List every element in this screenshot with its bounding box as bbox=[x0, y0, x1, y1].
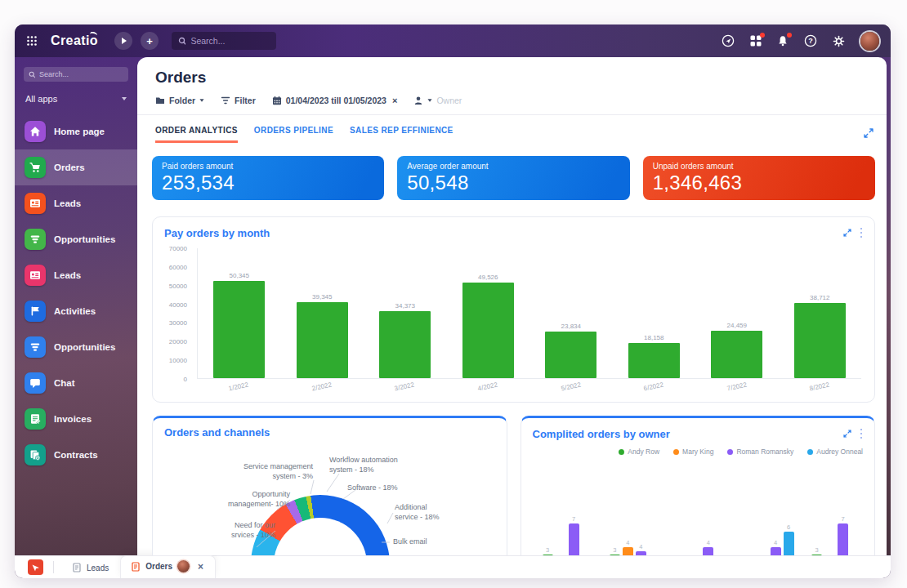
close-tab-icon[interactable]: × bbox=[198, 561, 203, 572]
kpi-value: 1,346,463 bbox=[653, 172, 865, 194]
tab-orders-pipeline[interactable]: ORDERS PIPELINE bbox=[254, 126, 333, 143]
legend-item-roman-romansky[interactable]: Roman Romansky bbox=[727, 448, 793, 456]
taskbar-avatar bbox=[177, 560, 190, 572]
help-icon[interactable]: ? bbox=[804, 34, 817, 47]
sidebar-item-leads-2[interactable]: Leads bbox=[15, 185, 137, 221]
bar-group-2: 3442 bbox=[610, 547, 659, 555]
kpi-label: Average order amount bbox=[407, 162, 619, 171]
notifications-icon[interactable] bbox=[777, 35, 789, 47]
bar-value-label: 38,712 bbox=[810, 294, 829, 301]
creatio-taskbar-logo[interactable] bbox=[28, 559, 43, 575]
donut-callout: Service management system - 3% bbox=[215, 462, 313, 481]
y-tick: 10000 bbox=[169, 357, 187, 364]
sidebar-item-invoices-8[interactable]: Invoices bbox=[15, 401, 137, 437]
owner-bar-label: 7 bbox=[569, 515, 579, 523]
y-tick: 70000 bbox=[169, 245, 187, 252]
filter-label: Filter bbox=[235, 96, 256, 105]
donut-callout: Need for our srvices - 10% bbox=[194, 521, 275, 540]
filter-row: Folder Filter 01/04/2023 till 01/05/2023… bbox=[155, 96, 869, 114]
window-body: All apps Home pageOrdersLeadsOpportuniti… bbox=[15, 57, 891, 555]
kpi-average-order-amount[interactable]: Average order amount50,548 bbox=[397, 156, 629, 200]
owner-bar-label: 7 bbox=[838, 515, 848, 523]
expand-chart-icon[interactable] bbox=[843, 426, 851, 441]
legend-item-audrey-onneal[interactable]: Audrey Onneal bbox=[807, 448, 863, 456]
month-bar bbox=[628, 343, 680, 378]
sidebar-item-chat-7[interactable]: Chat bbox=[15, 365, 137, 401]
sidebar-item-home-page-0[interactable]: Home page bbox=[15, 114, 137, 149]
month-bar bbox=[794, 303, 846, 378]
profile-avatar[interactable] bbox=[860, 32, 879, 51]
run-process-button[interactable] bbox=[114, 32, 132, 50]
sidebar-item-contracts-9[interactable]: Contracts bbox=[15, 437, 137, 473]
app-grid-icon[interactable] bbox=[26, 35, 38, 47]
bar-value-label: 24,459 bbox=[727, 322, 747, 329]
bar-slot: 24,459 bbox=[695, 248, 779, 378]
bar-slot: 18,158 bbox=[613, 248, 696, 378]
kpi-label: Unpaid orders amount bbox=[653, 162, 865, 171]
sidebar-item-opportunities-3[interactable]: Opportunities bbox=[15, 221, 137, 257]
sidebar-search[interactable] bbox=[24, 67, 128, 82]
sidebar-item-leads-4[interactable]: Leads bbox=[15, 257, 137, 293]
sidebar-item-orders-1[interactable]: Orders bbox=[15, 149, 137, 185]
add-button[interactable]: + bbox=[141, 32, 159, 50]
sidebar-item-opportunities-6[interactable]: Opportunities bbox=[15, 329, 137, 365]
folder-filter[interactable]: Folder bbox=[155, 96, 204, 105]
kpi-paid-orders-amount[interactable]: Paid orders amount253,534 bbox=[152, 156, 384, 200]
document-icon bbox=[72, 563, 82, 572]
notifications-badge bbox=[787, 33, 792, 38]
bar-group-1: 372 bbox=[543, 523, 592, 555]
global-search[interactable] bbox=[172, 32, 276, 50]
donut-callout: Workflow automation system - 18% bbox=[329, 456, 427, 474]
sidebar-item-activities-5[interactable]: Activities bbox=[15, 293, 137, 329]
donut-callout: Additional service - 18% bbox=[395, 503, 460, 522]
tab-order-analytics[interactable]: ORDER ANALYTICS bbox=[155, 126, 238, 143]
bar-group-5: 372 bbox=[811, 523, 861, 555]
main-content: Orders Folder Filter 0 bbox=[137, 57, 887, 555]
all-apps-label: All apps bbox=[25, 94, 57, 104]
owner-caret-icon bbox=[428, 99, 432, 101]
month-bar bbox=[379, 311, 431, 378]
chart-menu-icon[interactable] bbox=[860, 428, 864, 440]
funnel-icon bbox=[25, 336, 46, 358]
owner-bar-label: 3 bbox=[543, 546, 553, 554]
all-apps-selector[interactable]: All apps bbox=[15, 94, 137, 104]
month-bar bbox=[711, 331, 762, 378]
owner-bar: 6 bbox=[784, 532, 794, 555]
month-bar bbox=[545, 332, 596, 378]
legend-dot bbox=[727, 449, 733, 455]
leads-icon bbox=[25, 265, 46, 286]
expand-chart-icon[interactable] bbox=[843, 225, 851, 240]
global-search-input[interactable] bbox=[190, 36, 270, 46]
chart-menu-icon[interactable] bbox=[860, 227, 864, 239]
legend-label: Audrey Onneal bbox=[816, 448, 863, 456]
expand-dashboard-icon[interactable] bbox=[864, 128, 873, 143]
owner-bar: 7 bbox=[569, 523, 579, 555]
date-range-filter[interactable]: 01/04/2023 till 01/05/2023 × bbox=[272, 96, 398, 105]
flag-icon bbox=[25, 301, 46, 322]
owner-filter[interactable]: Owner bbox=[413, 96, 462, 105]
chart-title: Orders and channels bbox=[164, 426, 270, 439]
tab-sales-rep-effinience[interactable]: SALES REP EFFINIENCE bbox=[350, 126, 454, 143]
taskbar-tab-orders[interactable]: Orders× bbox=[120, 555, 216, 578]
kpi-value: 253,534 bbox=[162, 172, 374, 194]
tabs-row: ORDER ANALYTICSORDERS PIPELINESALES REP … bbox=[137, 115, 887, 143]
sidebar-item-label: Orders bbox=[54, 163, 85, 172]
bar-value-label: 34,373 bbox=[395, 302, 415, 310]
kpi-unpaid-orders-amount[interactable]: Unpaid orders amount1,346,463 bbox=[643, 156, 875, 200]
legend-item-andy-row[interactable]: Andy Row bbox=[619, 448, 659, 456]
filter-button[interactable]: Filter bbox=[221, 96, 256, 105]
owner-bar: 3 bbox=[543, 555, 553, 555]
legend-item-mary-king[interactable]: Mary King bbox=[673, 448, 713, 456]
legend-dot bbox=[807, 449, 813, 455]
settings-icon[interactable] bbox=[833, 35, 845, 47]
topbar-actions: ? bbox=[722, 32, 879, 51]
y-tick: 20000 bbox=[169, 338, 187, 345]
page-header: Orders Folder Filter 0 bbox=[137, 57, 887, 114]
owner-bar: 4 bbox=[636, 551, 646, 555]
taskbar-tab-leads[interactable]: Leads bbox=[62, 559, 120, 578]
processes-icon[interactable] bbox=[722, 34, 735, 47]
clear-date-filter-icon[interactable]: × bbox=[392, 96, 397, 105]
app-launcher-icon[interactable] bbox=[750, 35, 762, 47]
bar-value-label: 18,158 bbox=[644, 334, 663, 341]
sidebar-search-input[interactable] bbox=[39, 70, 123, 78]
